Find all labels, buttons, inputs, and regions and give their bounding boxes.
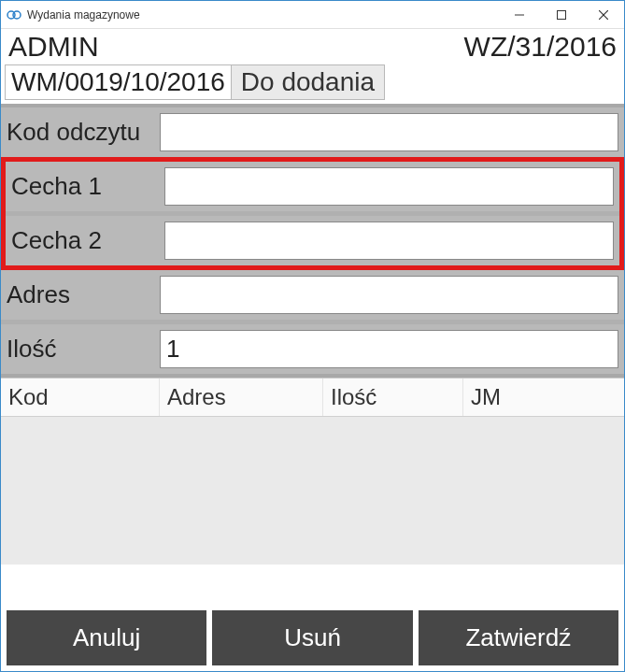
document-row: WM/0019/10/2016 Do dodania xyxy=(1,63,624,104)
maximize-button[interactable] xyxy=(540,1,582,28)
tab-to-add[interactable]: Do dodania xyxy=(231,64,385,100)
minimize-button[interactable] xyxy=(498,1,540,28)
footer: Anuluj Usuń Zatwierdź xyxy=(1,605,624,671)
reference-label: WZ/31/2016 xyxy=(464,31,617,63)
confirm-button[interactable]: Zatwierdź xyxy=(419,610,618,665)
cancel-button[interactable]: Anuluj xyxy=(7,610,206,665)
table-header: Kod Adres Ilość JM xyxy=(1,379,624,417)
delete-button[interactable]: Usuń xyxy=(212,610,412,665)
row-adres: Adres xyxy=(1,270,624,320)
document-number[interactable]: WM/0019/10/2016 xyxy=(5,64,232,100)
input-cecha1[interactable] xyxy=(164,167,614,206)
header: ADMIN WZ/31/2016 xyxy=(1,29,624,63)
row-ilosc: Ilość xyxy=(1,324,624,374)
items-table: Kod Adres Ilość JM xyxy=(1,378,624,565)
row-cecha1: Cecha 1 xyxy=(6,162,619,211)
svg-rect-3 xyxy=(557,10,565,19)
label-cecha1: Cecha 1 xyxy=(6,162,164,211)
label-kod-odczytu: Kod odczytu xyxy=(1,107,160,157)
input-adres[interactable] xyxy=(160,276,618,314)
svg-point-1 xyxy=(13,11,21,19)
close-button[interactable] xyxy=(582,1,624,28)
row-cecha2: Cecha 2 xyxy=(6,211,619,265)
label-cecha2: Cecha 2 xyxy=(6,216,164,265)
window-controls xyxy=(498,1,624,28)
col-adres[interactable]: Adres xyxy=(160,379,323,416)
user-label: ADMIN xyxy=(8,31,99,63)
col-kod[interactable]: Kod xyxy=(1,379,160,416)
label-adres: Adres xyxy=(1,270,160,320)
input-ilosc[interactable] xyxy=(160,330,618,368)
col-jm[interactable]: JM xyxy=(463,379,624,416)
row-kod-odczytu: Kod odczytu xyxy=(1,107,624,157)
titlebar: Wydania magazynowe xyxy=(1,1,624,29)
input-cecha2[interactable] xyxy=(164,222,614,260)
app-icon xyxy=(7,7,21,22)
form-area: Kod odczytu Cecha 1 Cecha 2 Adres Ilość xyxy=(1,104,624,378)
col-ilosc[interactable]: Ilość xyxy=(323,379,463,416)
label-ilosc: Ilość xyxy=(1,324,160,374)
input-kod-odczytu[interactable] xyxy=(160,113,618,151)
highlighted-fields: Cecha 1 Cecha 2 xyxy=(1,157,624,270)
window-title: Wydania magazynowe xyxy=(27,8,498,21)
